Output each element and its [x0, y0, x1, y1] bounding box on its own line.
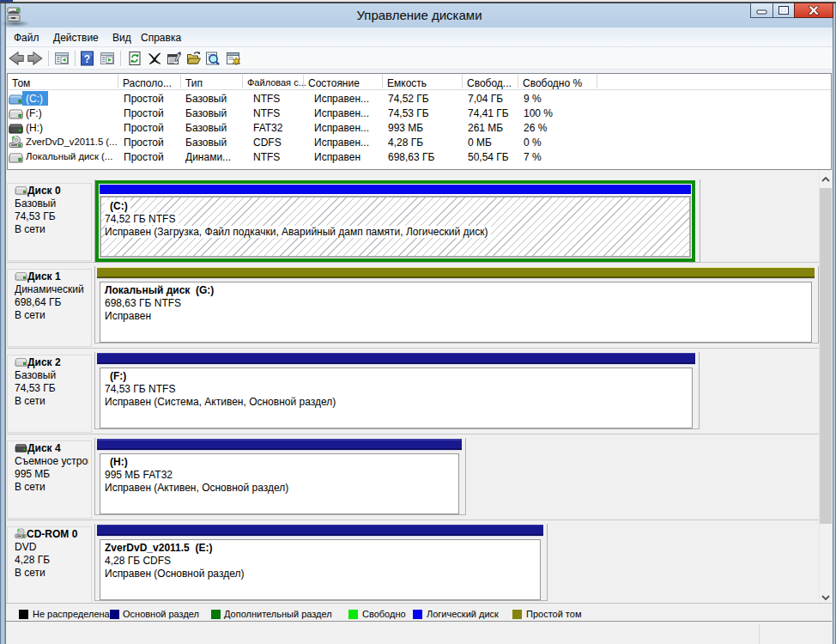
- svg-text:?: ?: [84, 53, 90, 65]
